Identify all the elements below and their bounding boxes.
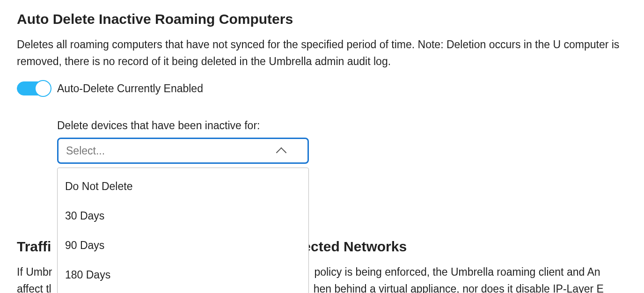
field-label: Delete devices that have been inactive f… [57,119,627,132]
inactive-duration-select-wrap: Select... Do Not Delete 30 Days 90 Days … [57,138,309,164]
section-description: Deletes all roaming computers that have … [17,37,627,70]
inactive-duration-dropdown: Do Not Delete 30 Days 90 Days 180 Days [57,168,309,293]
option-30-days[interactable]: 30 Days [58,201,308,231]
chevron-up-icon [276,147,287,158]
section-title: Auto Delete Inactive Roaming Computers [17,11,627,27]
toggle-label: Auto-Delete Currently Enabled [57,82,203,95]
auto-delete-toggle[interactable] [17,80,51,97]
inactive-duration-field: Delete devices that have been inactive f… [57,119,627,164]
auto-delete-section: Auto Delete Inactive Roaming Computers D… [17,11,627,164]
auto-delete-toggle-row: Auto-Delete Currently Enabled [17,80,627,97]
option-180-days[interactable]: 180 Days [58,260,308,290]
option-do-not-delete[interactable]: Do Not Delete [58,172,308,201]
option-90-days[interactable]: 90 Days [58,231,308,260]
select-placeholder: Select... [66,145,105,157]
inactive-duration-select[interactable]: Select... [57,138,309,164]
